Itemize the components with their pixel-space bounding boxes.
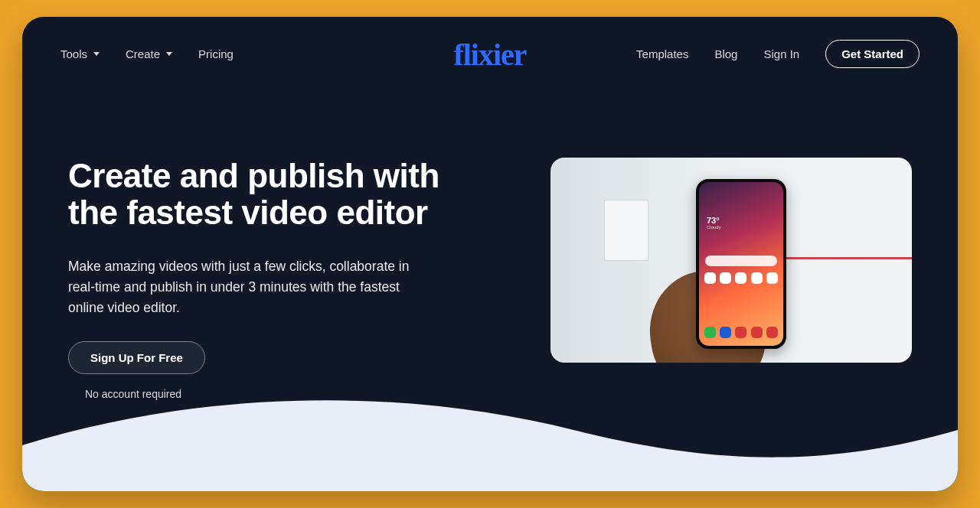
nav-signin[interactable]: Sign In (763, 47, 799, 60)
app-row-1 (699, 272, 783, 284)
top-nav: Tools Create Pricing flixier Templates B… (22, 17, 958, 73)
app-icon (720, 272, 731, 284)
phone-screen: 73° Cloudy (699, 182, 783, 346)
wall-panel-icon (604, 200, 648, 261)
signup-free-button[interactable]: Sign Up For Free (68, 341, 205, 374)
page-card: Tools Create Pricing flixier Templates B… (22, 17, 958, 491)
hero-copy: Create and publish with the fastest vide… (68, 158, 474, 400)
app-row-dock (699, 327, 783, 338)
nav-pricing-label: Pricing (198, 47, 234, 60)
video-thumbnail[interactable]: 73° Cloudy (550, 158, 912, 363)
nav-tools[interactable]: Tools (60, 47, 100, 60)
app-icon (766, 327, 778, 338)
hero-media: 73° Cloudy (505, 158, 912, 400)
chevron-down-icon (166, 52, 172, 56)
weather-widget: 73° Cloudy (707, 216, 721, 230)
hero-subtext: Make amazing videos with just a few clic… (68, 256, 428, 318)
phone-search-bar (705, 256, 777, 266)
app-icon (720, 327, 731, 338)
nav-templates-label: Templates (636, 47, 688, 60)
weather-temp: 73° (707, 216, 720, 225)
nav-blog[interactable]: Blog (714, 47, 737, 60)
app-icon (751, 272, 763, 284)
weather-sub: Cloudy (707, 225, 721, 230)
nav-pricing[interactable]: Pricing (198, 47, 234, 60)
phone-icon: 73° Cloudy (696, 179, 786, 349)
nav-signin-label: Sign In (763, 47, 799, 60)
hero: Create and publish with the fastest vide… (22, 73, 958, 400)
chevron-down-icon (93, 52, 100, 56)
app-icon (735, 327, 746, 338)
nav-right: Templates Blog Sign In Get Started (527, 40, 920, 68)
nav-create[interactable]: Create (126, 47, 172, 60)
nav-left: Tools Create Pricing (60, 47, 453, 60)
app-icon (704, 327, 716, 338)
nav-tools-label: Tools (60, 47, 87, 60)
app-icon (766, 272, 778, 284)
nav-templates[interactable]: Templates (636, 47, 688, 60)
app-icon (735, 272, 746, 284)
brand-logo[interactable]: flixier (453, 35, 526, 73)
get-started-button[interactable]: Get Started (825, 40, 920, 68)
hero-headline: Create and publish with the fastest vide… (68, 158, 474, 232)
nav-blog-label: Blog (714, 47, 737, 60)
nav-create-label: Create (126, 47, 160, 60)
app-icon (751, 327, 763, 338)
app-icon (704, 272, 716, 284)
hero-subnote: No account required (85, 388, 474, 400)
